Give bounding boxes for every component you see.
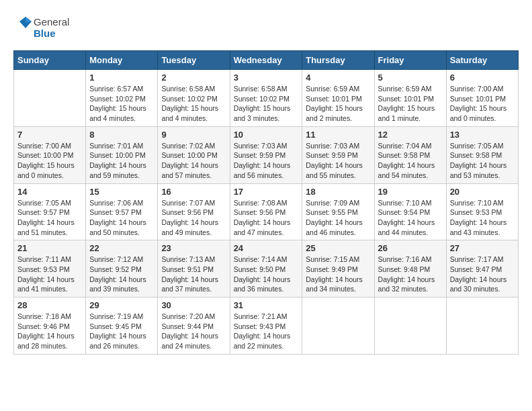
day-info: Sunrise: 7:12 AMSunset: 9:52 PMDaylight:… xyxy=(89,255,154,294)
day-info: Sunrise: 7:05 AMSunset: 9:57 PMDaylight:… xyxy=(17,198,82,238)
day-number: 1 xyxy=(89,73,154,83)
calendar-cell: 10Sunrise: 7:03 AMSunset: 9:59 PMDayligh… xyxy=(230,126,302,183)
calendar-cell: 22Sunrise: 7:12 AMSunset: 9:52 PMDayligh… xyxy=(86,240,158,298)
calendar-week-row: 28Sunrise: 7:18 AMSunset: 9:46 PMDayligh… xyxy=(14,298,519,355)
calendar-cell: 9Sunrise: 7:02 AMSunset: 10:00 PMDayligh… xyxy=(158,126,230,183)
calendar-cell: 24Sunrise: 7:14 AMSunset: 9:50 PMDayligh… xyxy=(230,240,302,298)
day-info: Sunrise: 6:59 AMSunset: 10:01 PMDaylight… xyxy=(306,84,370,124)
day-number: 3 xyxy=(234,73,299,83)
calendar-cell: 25Sunrise: 7:15 AMSunset: 9:49 PMDayligh… xyxy=(302,240,374,298)
day-info: Sunrise: 7:14 AMSunset: 9:50 PMDaylight:… xyxy=(234,255,299,294)
day-number: 5 xyxy=(378,73,443,83)
day-number: 24 xyxy=(234,243,299,253)
day-number: 20 xyxy=(450,187,515,197)
day-info: Sunrise: 7:06 AMSunset: 9:57 PMDaylight:… xyxy=(89,198,154,238)
calendar-cell: 20Sunrise: 7:10 AMSunset: 9:53 PMDayligh… xyxy=(446,183,518,240)
day-number: 6 xyxy=(450,73,515,83)
header-cell-wednesday: Wednesday xyxy=(230,51,302,70)
day-info: Sunrise: 7:00 AMSunset: 10:01 PMDaylight… xyxy=(450,84,515,124)
calendar-cell: 17Sunrise: 7:08 AMSunset: 9:56 PMDayligh… xyxy=(230,183,302,240)
day-info: Sunrise: 7:11 AMSunset: 9:53 PMDaylight:… xyxy=(17,255,82,294)
calendar-cell: 4Sunrise: 6:59 AMSunset: 10:01 PMDayligh… xyxy=(302,70,374,127)
calendar-cell: 2Sunrise: 6:58 AMSunset: 10:02 PMDayligh… xyxy=(158,70,230,127)
day-info: Sunrise: 6:59 AMSunset: 10:01 PMDaylight… xyxy=(378,84,443,124)
logo: General Blue xyxy=(13,13,94,44)
calendar-cell: 27Sunrise: 7:17 AMSunset: 9:47 PMDayligh… xyxy=(446,240,518,298)
day-number: 29 xyxy=(89,300,154,310)
header-cell-friday: Friday xyxy=(374,51,446,70)
calendar-week-row: 14Sunrise: 7:05 AMSunset: 9:57 PMDayligh… xyxy=(14,183,519,240)
day-info: Sunrise: 7:18 AMSunset: 9:46 PMDaylight:… xyxy=(17,312,82,351)
day-info: Sunrise: 7:09 AMSunset: 9:55 PMDaylight:… xyxy=(306,198,370,238)
day-number: 12 xyxy=(378,130,443,140)
day-info: Sunrise: 7:02 AMSunset: 10:00 PMDaylight… xyxy=(161,141,226,181)
day-info: Sunrise: 7:08 AMSunset: 9:56 PMDaylight:… xyxy=(234,198,299,238)
day-number: 31 xyxy=(234,300,299,310)
header-row: SundayMondayTuesdayWednesdayThursdayFrid… xyxy=(14,51,519,70)
day-number: 2 xyxy=(161,73,226,83)
day-info: Sunrise: 7:20 AMSunset: 9:44 PMDaylight:… xyxy=(161,312,226,351)
day-info: Sunrise: 7:07 AMSunset: 9:56 PMDaylight:… xyxy=(161,198,226,238)
calendar-cell: 7Sunrise: 7:00 AMSunset: 10:00 PMDayligh… xyxy=(14,126,86,183)
calendar-week-row: 7Sunrise: 7:00 AMSunset: 10:00 PMDayligh… xyxy=(14,126,519,183)
day-number: 17 xyxy=(234,187,299,197)
day-number: 16 xyxy=(161,187,226,197)
day-number: 13 xyxy=(450,130,515,140)
header-cell-sunday: Sunday xyxy=(14,51,86,70)
calendar-cell: 19Sunrise: 7:10 AMSunset: 9:54 PMDayligh… xyxy=(374,183,446,240)
day-number: 26 xyxy=(378,243,443,253)
day-info: Sunrise: 7:13 AMSunset: 9:51 PMDaylight:… xyxy=(161,255,226,294)
calendar-cell: 6Sunrise: 7:00 AMSunset: 10:01 PMDayligh… xyxy=(446,70,518,127)
calendar-cell xyxy=(446,298,518,355)
calendar-cell: 18Sunrise: 7:09 AMSunset: 9:55 PMDayligh… xyxy=(302,183,374,240)
header-cell-saturday: Saturday xyxy=(446,51,518,70)
day-info: Sunrise: 7:17 AMSunset: 9:47 PMDaylight:… xyxy=(450,255,515,294)
svg-text:Blue: Blue xyxy=(34,28,56,39)
calendar-header: SundayMondayTuesdayWednesdayThursdayFrid… xyxy=(14,51,519,70)
day-info: Sunrise: 7:04 AMSunset: 9:58 PMDaylight:… xyxy=(378,141,443,181)
day-info: Sunrise: 7:03 AMSunset: 9:59 PMDaylight:… xyxy=(234,141,299,181)
calendar-body: 1Sunrise: 6:57 AMSunset: 10:02 PMDayligh… xyxy=(14,70,519,355)
header-cell-monday: Monday xyxy=(86,51,158,70)
day-info: Sunrise: 7:01 AMSunset: 10:00 PMDaylight… xyxy=(89,141,154,181)
day-number: 14 xyxy=(17,187,82,197)
calendar-cell xyxy=(14,70,86,127)
calendar-cell: 1Sunrise: 6:57 AMSunset: 10:02 PMDayligh… xyxy=(86,70,158,127)
day-number: 23 xyxy=(161,243,226,253)
day-info: Sunrise: 6:58 AMSunset: 10:02 PMDaylight… xyxy=(161,84,226,124)
calendar-table: SundayMondayTuesdayWednesdayThursdayFrid… xyxy=(13,50,519,355)
day-number: 11 xyxy=(306,130,370,140)
calendar-cell: 21Sunrise: 7:11 AMSunset: 9:53 PMDayligh… xyxy=(14,240,86,298)
calendar-cell: 14Sunrise: 7:05 AMSunset: 9:57 PMDayligh… xyxy=(14,183,86,240)
header-cell-tuesday: Tuesday xyxy=(158,51,230,70)
day-info: Sunrise: 6:58 AMSunset: 10:02 PMDaylight… xyxy=(234,84,299,124)
calendar-week-row: 1Sunrise: 6:57 AMSunset: 10:02 PMDayligh… xyxy=(14,70,519,127)
day-number: 28 xyxy=(17,300,82,310)
calendar-cell: 29Sunrise: 7:19 AMSunset: 9:45 PMDayligh… xyxy=(86,298,158,355)
day-number: 10 xyxy=(234,130,299,140)
day-number: 21 xyxy=(17,243,82,253)
day-info: Sunrise: 7:10 AMSunset: 9:54 PMDaylight:… xyxy=(378,198,443,238)
header: General Blue xyxy=(13,13,519,44)
svg-text:General: General xyxy=(34,16,69,28)
header-cell-thursday: Thursday xyxy=(302,51,374,70)
calendar-cell: 12Sunrise: 7:04 AMSunset: 9:58 PMDayligh… xyxy=(374,126,446,183)
day-number: 27 xyxy=(450,243,515,253)
day-info: Sunrise: 7:00 AMSunset: 10:00 PMDaylight… xyxy=(17,141,82,181)
day-number: 25 xyxy=(306,243,370,253)
day-info: Sunrise: 7:10 AMSunset: 9:53 PMDaylight:… xyxy=(450,198,515,238)
calendar-cell: 13Sunrise: 7:05 AMSunset: 9:58 PMDayligh… xyxy=(446,126,518,183)
calendar-cell: 8Sunrise: 7:01 AMSunset: 10:00 PMDayligh… xyxy=(86,126,158,183)
day-info: Sunrise: 7:05 AMSunset: 9:58 PMDaylight:… xyxy=(450,141,515,181)
calendar-cell: 26Sunrise: 7:16 AMSunset: 9:48 PMDayligh… xyxy=(374,240,446,298)
day-number: 8 xyxy=(89,130,154,140)
calendar-cell: 15Sunrise: 7:06 AMSunset: 9:57 PMDayligh… xyxy=(86,183,158,240)
day-info: Sunrise: 7:15 AMSunset: 9:49 PMDaylight:… xyxy=(306,255,370,294)
day-info: Sunrise: 7:21 AMSunset: 9:43 PMDaylight:… xyxy=(234,312,299,351)
calendar-cell: 16Sunrise: 7:07 AMSunset: 9:56 PMDayligh… xyxy=(158,183,230,240)
calendar-cell xyxy=(302,298,374,355)
calendar-cell: 3Sunrise: 6:58 AMSunset: 10:02 PMDayligh… xyxy=(230,70,302,127)
calendar-cell xyxy=(374,298,446,355)
calendar-cell: 5Sunrise: 6:59 AMSunset: 10:01 PMDayligh… xyxy=(374,70,446,127)
logo-svg: General Blue xyxy=(13,13,94,44)
